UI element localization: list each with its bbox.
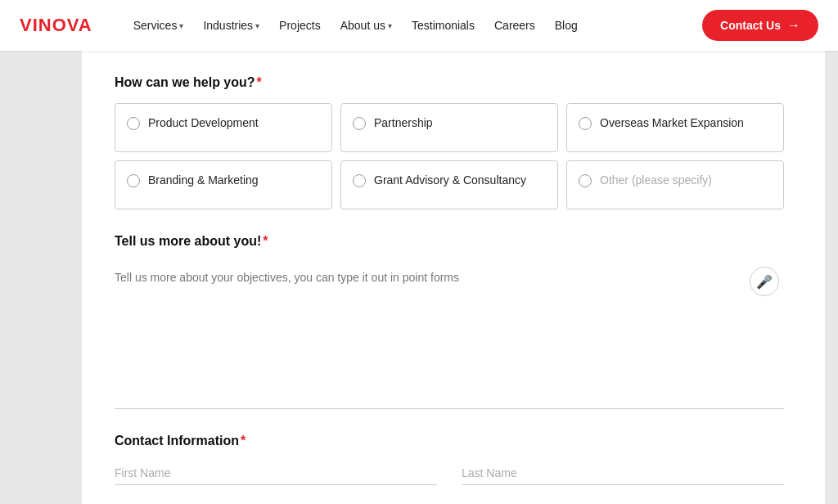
last-name-group xyxy=(462,461,784,485)
first-name-group xyxy=(115,461,437,485)
chevron-down-icon: ▾ xyxy=(255,21,259,30)
nav-item-industries[interactable]: Industries ▾ xyxy=(195,14,268,37)
about-textarea[interactable] xyxy=(115,262,784,401)
name-input-row xyxy=(115,461,784,485)
nav-item-blog[interactable]: Blog xyxy=(547,14,586,37)
tell-us-section: Tell us more about you!* 🎤 xyxy=(115,234,784,409)
first-name-input[interactable] xyxy=(115,461,437,485)
page-body: How can we help you?* Product Developmen… xyxy=(0,51,838,504)
radio-icon[interactable] xyxy=(353,174,366,187)
nav-item-projects[interactable]: Projects xyxy=(271,14,329,37)
last-name-input[interactable] xyxy=(462,461,784,485)
textarea-wrapper: 🎤 xyxy=(115,262,784,409)
nav-item-services[interactable]: Services ▾ xyxy=(125,14,192,37)
arrow-icon: → xyxy=(787,18,800,33)
nav-item-about[interactable]: About us ▾ xyxy=(332,14,400,37)
mic-button[interactable]: 🎤 xyxy=(750,267,779,296)
radio-icon[interactable] xyxy=(353,117,366,130)
logo[interactable]: VINOVA xyxy=(20,15,92,36)
option-partnership[interactable]: Partnership xyxy=(340,103,558,152)
radio-icon[interactable] xyxy=(127,174,140,187)
main-content: How can we help you?* Product Developmen… xyxy=(82,51,825,504)
chevron-down-icon: ▾ xyxy=(388,21,392,30)
contact-section: Contact Information* xyxy=(115,434,784,504)
option-branding[interactable]: Branding & Marketing xyxy=(115,160,332,209)
option-product-development[interactable]: Product Development xyxy=(115,103,332,152)
tell-us-label: Tell us more about you!* xyxy=(115,234,784,249)
contact-us-button[interactable]: Contact Us → xyxy=(702,10,818,41)
nav-item-testimonials[interactable]: Testimonials xyxy=(403,14,483,37)
sidebar-left xyxy=(0,51,82,504)
navbar: VINOVA Services ▾ Industries ▾ Projects … xyxy=(0,0,838,51)
contact-section-label: Contact Information* xyxy=(115,434,784,448)
help-section-label: How can we help you?* xyxy=(115,75,784,90)
nav-links: Services ▾ Industries ▾ Projects About u… xyxy=(125,14,702,37)
option-grant[interactable]: Grant Advisory & Consultancy xyxy=(340,160,558,209)
options-grid: Product Development Partnership Overseas… xyxy=(115,103,784,209)
option-overseas[interactable]: Overseas Market Expansion xyxy=(566,103,784,152)
chevron-down-icon: ▾ xyxy=(179,21,183,30)
mic-icon: 🎤 xyxy=(756,274,773,290)
radio-icon[interactable] xyxy=(579,117,592,130)
nav-item-careers[interactable]: Careers xyxy=(486,14,543,37)
option-other[interactable]: Other (please specify) xyxy=(566,160,784,209)
sidebar-right xyxy=(825,51,838,504)
radio-icon[interactable] xyxy=(579,174,592,187)
radio-icon[interactable] xyxy=(127,117,140,130)
